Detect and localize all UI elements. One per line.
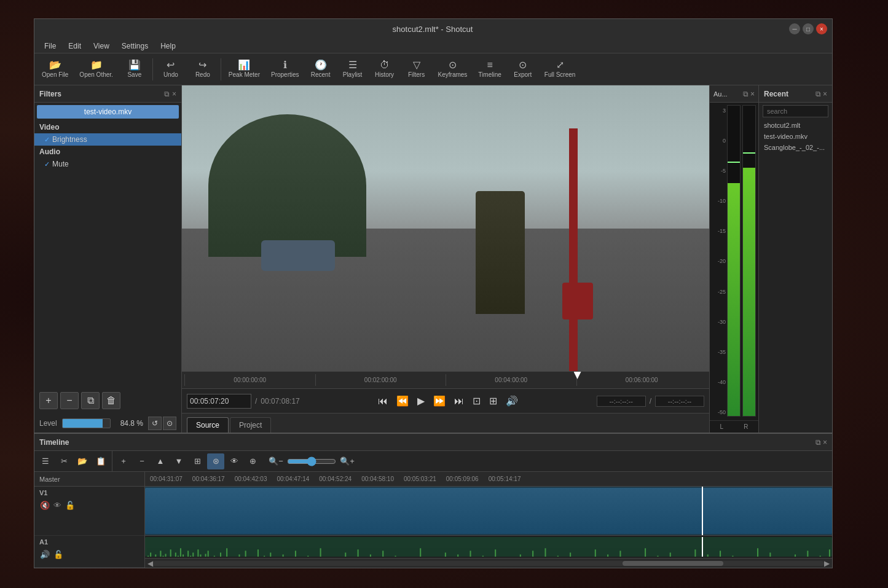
transport-btn-loop[interactable]: ⊡: [470, 394, 483, 408]
track-a1-lock-btn[interactable]: 🔓: [53, 549, 64, 560]
tl-lock-btn[interactable]: ⊕: [244, 453, 261, 469]
tool-export[interactable]: ⊙ Export: [508, 58, 538, 80]
tool-redo[interactable]: ↪ Redo: [187, 58, 218, 80]
tool-playlist[interactable]: ☰ Playlist: [337, 58, 368, 80]
track-v1-lock-btn[interactable]: 🔓: [65, 500, 76, 511]
svg-rect-25: [208, 551, 209, 557]
tool-properties[interactable]: ℹ Properties: [266, 58, 304, 80]
tl-up-btn[interactable]: ▲: [152, 453, 169, 469]
tl-open-btn[interactable]: 📂: [74, 453, 91, 469]
level-reset-btn[interactable]: ↺: [148, 417, 162, 430]
filter-add-btn[interactable]: +: [39, 392, 58, 409]
tool-save[interactable]: 💾 Save: [119, 58, 150, 80]
timeline-toolbar: ☰ ✂ 📂 📋 + − ▲ ▼ ⊞ ⊛ 👁 ⊕ 🔍− 🔍+: [34, 451, 832, 472]
tool-recent[interactable]: 🕐 Recent: [305, 58, 336, 80]
tab-source-label: Source: [196, 421, 219, 429]
svg-rect-6: [160, 551, 161, 557]
track-v1-mute-btn[interactable]: 🔇: [39, 500, 50, 511]
filters-float-btn[interactable]: ⧉: [164, 90, 170, 98]
tool-keyframes[interactable]: ⊙ Keyframes: [433, 58, 473, 80]
tl-magnet-btn[interactable]: ⊛: [207, 453, 224, 469]
tl-add-btn[interactable]: +: [115, 453, 132, 469]
close-button[interactable]: ×: [816, 23, 827, 34]
svg-rect-39: [320, 548, 321, 557]
transport-btn-play[interactable]: ▶: [415, 394, 427, 408]
filter-mute[interactable]: ✓ Mute: [34, 158, 181, 170]
scrollbar-track[interactable]: [153, 561, 824, 566]
maximize-button[interactable]: □: [803, 23, 814, 34]
filter-copy-btn[interactable]: ⧉: [81, 392, 100, 409]
menu-file[interactable]: File: [39, 41, 61, 52]
meter-float-btn[interactable]: ⧉: [743, 90, 749, 98]
filter-brightness[interactable]: ✓ Brightness: [34, 133, 181, 146]
menu-view[interactable]: View: [88, 41, 114, 52]
track-a1-label: A1 🔊 🔓: [34, 536, 144, 568]
scroll-right-btn[interactable]: ▶: [824, 559, 830, 568]
transport-btn-start[interactable]: ⏮: [375, 394, 390, 408]
tl-ripple-btn[interactable]: ✂: [55, 453, 73, 469]
tool-undo[interactable]: ↩ Undo: [155, 58, 186, 80]
filter-remove-btn[interactable]: −: [60, 392, 79, 409]
menu-help[interactable]: Help: [155, 41, 181, 52]
filters-close-btn[interactable]: ×: [172, 90, 176, 98]
tl-ripple-all-btn[interactable]: 👁: [226, 453, 243, 469]
timeline-close-btn[interactable]: ×: [823, 438, 827, 447]
recent-item-2[interactable]: Scanglobe_-_02_-...: [759, 142, 832, 153]
open-other-icon: 📁: [90, 60, 103, 70]
filter-filename: test-video.mkv: [37, 105, 179, 119]
transport-btn-next[interactable]: ⏩: [431, 394, 448, 408]
timeline-float-btn[interactable]: ⧉: [815, 438, 821, 447]
main-content: Filters ⧉ × test-video.mkv Video ✓ Brigh…: [34, 85, 832, 433]
transport-btn-prev[interactable]: ⏪: [394, 394, 411, 408]
svg-rect-45: [395, 555, 396, 557]
level-keyframe-btn[interactable]: ⊙: [163, 417, 176, 430]
recent-item-0[interactable]: shotcut2.mlt: [759, 120, 832, 131]
transport-btn-end[interactable]: ⏭: [452, 394, 466, 408]
meter-scale: 3 0 -5 -10 -15 -20 -25 -30 -35 -40 -50: [712, 105, 726, 418]
tl-down-btn[interactable]: ▼: [170, 453, 187, 469]
tab-source[interactable]: Source: [187, 417, 229, 433]
tc-in-display: --:--:--:--: [597, 396, 646, 407]
zoom-slider[interactable]: [287, 457, 336, 466]
tool-recent-label: Recent: [311, 71, 331, 78]
tab-bar: Source Project: [182, 413, 709, 433]
recent-float-btn[interactable]: ⧉: [815, 90, 821, 98]
svg-rect-71: [720, 551, 721, 557]
svg-rect-12: [175, 552, 176, 557]
transport-btn-grid[interactable]: ⊞: [487, 394, 500, 408]
track-a1-name: A1: [34, 536, 144, 548]
tab-project[interactable]: Project: [230, 417, 271, 433]
tl-remove-btn[interactable]: −: [133, 453, 151, 469]
tl-menu-btn[interactable]: ☰: [37, 453, 54, 469]
center-panel: 00:00:00:00 00:02:00:00 00:04:00:00 00:0…: [182, 85, 709, 433]
scrollbar-thumb: [623, 561, 723, 566]
tl-save-clip-btn[interactable]: 📋: [92, 453, 109, 469]
tool-open-other[interactable]: 📁 Open Other.: [74, 58, 117, 80]
menu-edit[interactable]: Edit: [63, 41, 86, 52]
minimize-button[interactable]: ─: [789, 23, 800, 34]
menu-settings[interactable]: Settings: [117, 41, 153, 52]
tool-history[interactable]: ⏱ History: [369, 58, 400, 80]
scroll-left-btn[interactable]: ◀: [147, 559, 153, 568]
timecode-current-input[interactable]: [187, 394, 251, 409]
tool-timeline[interactable]: ≡ Timeline: [473, 58, 506, 80]
tool-timeline-label: Timeline: [478, 71, 501, 78]
recent-item-1[interactable]: test-video.mkv: [759, 131, 832, 142]
filters-video-label: Video: [34, 121, 181, 133]
track-v1-eye-btn[interactable]: 👁: [53, 500, 62, 511]
transport-btn-vol[interactable]: 🔊: [503, 394, 521, 408]
track-a1-vol-btn[interactable]: 🔊: [39, 549, 50, 560]
recent-search-input[interactable]: [763, 105, 828, 117]
zoom-in-btn[interactable]: 🔍+: [339, 453, 356, 469]
tool-peak-meter[interactable]: 📊 Peak Meter: [224, 58, 265, 80]
zoom-out-btn[interactable]: 🔍−: [267, 453, 285, 469]
tl-grid-btn[interactable]: ⊞: [189, 453, 206, 469]
recent-close-btn[interactable]: ×: [823, 90, 827, 98]
meter-close-btn[interactable]: ×: [750, 90, 755, 98]
svg-rect-7: [162, 555, 163, 557]
filter-trash-btn[interactable]: 🗑: [102, 392, 120, 409]
filters-panel: Filters ⧉ × test-video.mkv Video ✓ Brigh…: [34, 85, 182, 433]
tool-open-file[interactable]: 📂 Open File: [37, 58, 73, 80]
tool-filters[interactable]: ▽ Filters: [401, 58, 432, 80]
tool-fullscreen[interactable]: ⤢ Full Screen: [540, 58, 581, 80]
